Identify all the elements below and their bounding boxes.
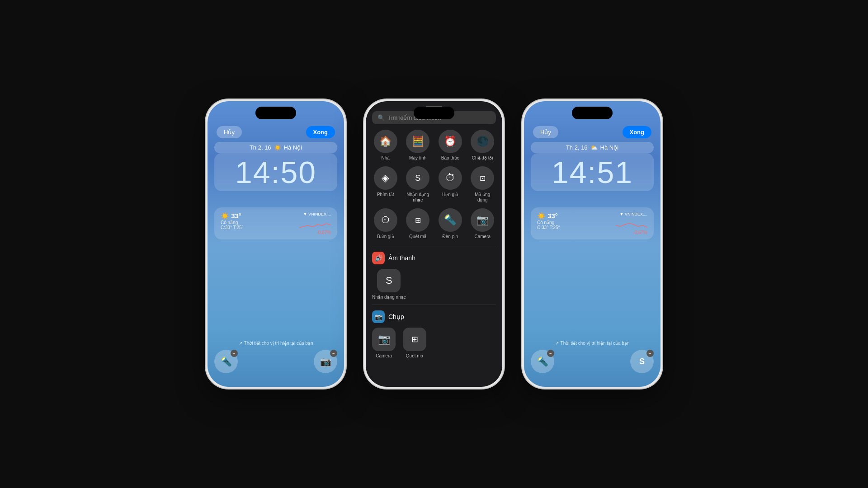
openapp-icon-circle: ⊡ xyxy=(471,166,494,190)
cc-item-shortcuts[interactable]: ◈ Phím tắt xyxy=(372,166,399,203)
camera-section-item[interactable]: 📷 Camera xyxy=(372,328,396,359)
shortcuts-label: Phím tắt xyxy=(377,192,394,197)
camera-icon-1: 📷 xyxy=(320,356,331,367)
location-label-1: ↗ Thời tiết cho vị trí hiện tại của bạn xyxy=(239,340,313,346)
shazam-button-3[interactable]: S − xyxy=(630,350,654,373)
dynamic-island-3 xyxy=(572,107,613,119)
cancel-button-1[interactable]: Hủy xyxy=(217,126,242,138)
desc-1: Có nắng xyxy=(221,220,274,225)
cc-item-calculator[interactable]: 🧮 Máy tính xyxy=(405,130,432,161)
shazam-icon-circle: S xyxy=(406,166,429,190)
calculator-label: Máy tính xyxy=(409,155,426,161)
clock-1: 14:50 xyxy=(214,153,337,191)
stocks-widget-1: ▼ VNINDEX.... -0,67% xyxy=(278,212,331,235)
cancel-button-3[interactable]: Hủy xyxy=(533,126,558,138)
widgets-area-1: ☀️ 33° Có nắng C:33° T:25° ▼ VNINDEX....… xyxy=(214,207,337,239)
camera-button-1[interactable]: 📷 − xyxy=(314,350,337,373)
dynamic-island-1 xyxy=(255,107,296,119)
desc-3: Có nắng xyxy=(537,220,590,225)
weather-icon-1: ☀️ xyxy=(274,144,281,151)
am-thanh-header: 🔊 Âm thanh xyxy=(372,252,496,264)
calculator-icon-circle: 🧮 xyxy=(406,130,429,153)
dynamic-island-2 xyxy=(414,107,454,119)
stopwatch-label: Bấm giờ xyxy=(377,234,394,239)
cc-item-alarm[interactable]: ⏰ Báo thức xyxy=(437,130,464,161)
flashlight-icon-cc: 🔦 xyxy=(439,208,462,232)
minus-badge-shazam-3: − xyxy=(646,350,654,357)
control-center-bg: 🔍 Tìm kiếm điều khiển 🏠 Nhà 🧮 Máy tính ⏰… xyxy=(366,101,502,387)
alarm-label: Báo thức xyxy=(441,155,459,161)
camera-section-label: Camera xyxy=(376,353,392,359)
bottom-icons-1: 🔦 − 📷 − xyxy=(214,350,337,373)
minus-badge-flashlight-3: − xyxy=(547,350,554,357)
shazam-section-icon: S xyxy=(377,269,401,292)
widgets-area-3: ☀️ 33° Có nắng C:33° T:25° ▼ VNINDEX....… xyxy=(531,207,654,239)
nhandan-label: Nhận dạng nhạc xyxy=(372,295,406,300)
done-button-1[interactable]: Xong xyxy=(306,126,335,138)
qr-label: Quét mã xyxy=(409,234,426,239)
qr-icon-circle: ⊞ xyxy=(406,208,429,232)
stopwatch-icon-circle: ⏲ xyxy=(374,208,397,232)
change-1: -0,67% xyxy=(316,230,331,235)
flashlight-label: Đèn pin xyxy=(443,234,458,239)
divider-1 xyxy=(372,246,496,246)
shazam-label: Nhận dạng nhạc xyxy=(405,192,432,203)
phone-2: 🔍 Tìm kiếm điều khiển 🏠 Nhà 🧮 Máy tính ⏰… xyxy=(364,99,504,389)
bottom-controls-3: ↗ Thời tiết cho vị trí hiện tại của bạn … xyxy=(524,340,660,373)
ticker-1: ▼ VNINDEX.... xyxy=(303,212,331,216)
header-buttons-3: Hủy Xong xyxy=(524,126,660,138)
bottom-controls-1: ↗ Thời tiết cho vị trí hiện tại của bạn … xyxy=(208,340,344,373)
chup-icon: 📷 xyxy=(372,310,385,323)
date-bar-3: Th 2, 16 ⛅ Hà Nội xyxy=(531,142,654,153)
lockscreen-bg-1: Hủy Xong Th 2, 16 ☀️ Hà Nội 14:50 ☀️ 33°… xyxy=(208,101,344,387)
lockscreen-bg-3: Hủy Xong Th 2, 16 ⛅ Hà Nội 14:51 ☀️ 33° … xyxy=(524,101,660,387)
done-button-3[interactable]: Xong xyxy=(623,126,652,138)
temp-3: ☀️ 33° xyxy=(537,212,590,220)
timer-label: Hẹn giờ xyxy=(442,192,458,197)
chup-section: 📷 Chụp 📷 Camera ⊞ Quét mã xyxy=(366,310,502,359)
am-thanh-section: 🔊 Âm thanh S Nhận dạng nhạc xyxy=(366,252,502,300)
flashlight-button-1[interactable]: 🔦 − xyxy=(214,350,238,373)
ticker-3: ▼ VNINDEX.... xyxy=(620,212,647,216)
cc-item-darkmode[interactable]: 🌑 Chế độ tối xyxy=(469,130,496,161)
location-text-3: Hà Nội xyxy=(600,144,619,151)
am-thanh-label: Âm thanh xyxy=(388,254,415,262)
header-buttons-1: Hủy Xong xyxy=(208,126,344,138)
clock-3: 14:51 xyxy=(531,153,654,191)
minus-badge-flashlight-1: − xyxy=(231,350,238,357)
darkmode-label: Chế độ tối xyxy=(472,155,493,161)
weather-widget-1: ☀️ 33° Có nắng C:33° T:25° xyxy=(221,212,274,235)
cc-item-nha[interactable]: 🏠 Nhà xyxy=(372,130,399,161)
nha-label: Nhà xyxy=(382,155,390,161)
chup-items: 📷 Camera ⊞ Quét mã xyxy=(372,328,496,359)
date-bar-1: Th 2, 16 ☀️ Hà Nội xyxy=(214,142,337,153)
detail-1: C:33° T:25° xyxy=(221,225,274,230)
shortcuts-icon-circle: ◈ xyxy=(374,166,397,190)
flashlight-icon-3: 🔦 xyxy=(537,356,548,367)
camera-icon-cc: 📷 xyxy=(471,208,494,232)
bottom-icons-3: 🔦 − S − xyxy=(531,350,654,373)
divider-2 xyxy=(372,305,496,305)
cc-item-camera[interactable]: 📷 Camera xyxy=(469,208,496,239)
am-thanh-items: S Nhận dạng nhạc xyxy=(372,269,496,300)
alarm-icon-circle: ⏰ xyxy=(439,130,462,153)
nha-icon-circle: 🏠 xyxy=(374,130,397,153)
cc-item-shazam[interactable]: S Nhận dạng nhạc xyxy=(405,166,432,203)
shazam-section-item[interactable]: S Nhận dạng nhạc xyxy=(372,269,406,300)
camera-label-cc: Camera xyxy=(474,234,491,239)
cc-item-openapp[interactable]: ⊡ Mở ứng dụng xyxy=(469,166,496,203)
phone-3: Hủy Xong Th 2, 16 ⛅ Hà Nội 14:51 ☀️ 33° … xyxy=(522,99,662,389)
cc-item-flashlight[interactable]: 🔦 Đèn pin xyxy=(437,208,464,239)
flashlight-button-3[interactable]: 🔦 − xyxy=(531,350,554,373)
detail-3: C:33° T:25° xyxy=(537,225,590,230)
openapp-label: Mở ứng dụng xyxy=(469,192,496,203)
date-text-1: Th 2, 16 xyxy=(250,144,271,151)
cc-item-timer[interactable]: ⏱ Hẹn giờ xyxy=(437,166,464,203)
darkmode-icon-circle: 🌑 xyxy=(471,130,494,153)
cc-item-qr[interactable]: ⊞ Quét mã xyxy=(405,208,432,239)
qr-section-label: Quét mã xyxy=(406,353,423,359)
location-label-3: ↗ Thời tiết cho vị trí hiện tại của bạn xyxy=(555,340,630,346)
chup-header: 📷 Chụp xyxy=(372,310,496,323)
cc-item-stopwatch[interactable]: ⏲ Bấm giờ xyxy=(372,208,399,239)
qr-section-item[interactable]: ⊞ Quét mã xyxy=(403,328,426,359)
